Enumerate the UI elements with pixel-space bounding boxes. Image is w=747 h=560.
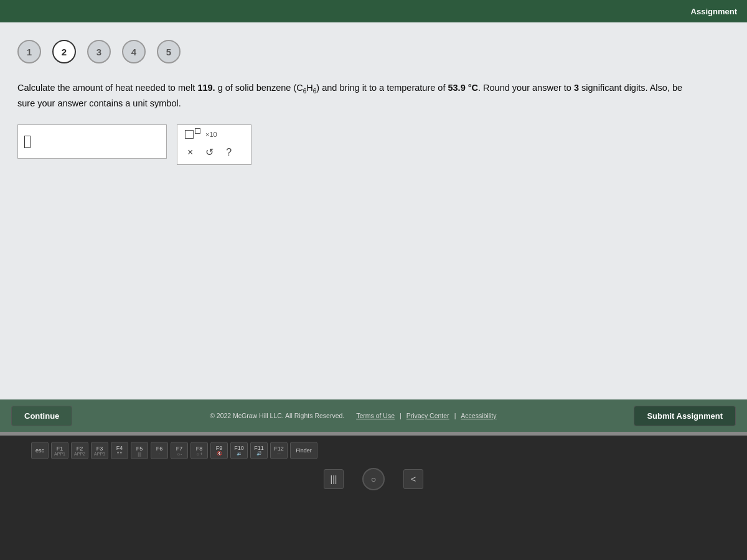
toolbar-top: ×10 (185, 130, 243, 139)
nav-menu-button[interactable]: ||| (324, 469, 344, 489)
f11-key[interactable]: F11 🔊 (250, 442, 268, 459)
f6-key[interactable]: F6 · (151, 442, 168, 459)
nav-row: ||| ○ < (324, 468, 423, 490)
f10-key[interactable]: F10 🔉 (230, 442, 248, 459)
accessibility-link[interactable]: Accessibility (461, 412, 496, 419)
f12-key[interactable]: F12 ··· (270, 442, 288, 459)
f7-key[interactable]: F7 ☼- (171, 442, 188, 459)
finder-key[interactable]: Finder (290, 442, 317, 459)
step-1[interactable]: 1 (17, 40, 41, 63)
step-2[interactable]: 2 (52, 40, 76, 63)
continue-button[interactable]: Continue (11, 406, 72, 426)
top-bar: Assignment (0, 0, 747, 22)
answer-toolbar: ×10 × ↺ ? (177, 124, 251, 165)
f5-key[interactable]: F5 ||| (131, 442, 148, 459)
f3-key[interactable]: F3 APP3 (91, 442, 108, 459)
step-3[interactable]: 3 (87, 40, 111, 63)
screen-area: Assignment 1 2 3 4 5 Calculate the amoun… (0, 0, 747, 436)
f2-key[interactable]: F2 APP2 (71, 442, 88, 459)
f9-key[interactable]: F9 🔇 (210, 442, 228, 459)
text-cursor (24, 136, 31, 148)
toolbar-actions: × ↺ ? (185, 145, 243, 159)
terms-link[interactable]: Terms of Use (356, 412, 395, 419)
copyright-text: © 2022 McGraw Hill LLC. All Rights Reser… (210, 412, 344, 419)
f8-key[interactable]: F8 ☼+ (190, 442, 208, 459)
help-button[interactable]: ? (223, 146, 234, 159)
step-5[interactable]: 5 (157, 40, 181, 63)
answer-row: ×10 × ↺ ? (17, 124, 730, 165)
undo-button[interactable]: ↺ (203, 145, 216, 159)
function-key-row: esc F1 APP1 F2 APP2 F3 APP3 F4 ⠿⠿ F5 |||… (31, 442, 716, 459)
exponent-tool[interactable] (185, 130, 200, 139)
assignment-label: Assignment (691, 7, 737, 16)
answer-input[interactable] (17, 124, 167, 159)
privacy-link[interactable]: Privacy Center (406, 412, 449, 419)
footer-links: © 2022 McGraw Hill LLC. All Rights Reser… (210, 412, 496, 419)
bottom-action-bar: Continue © 2022 McGraw Hill LLC. All Rig… (0, 399, 747, 432)
x10-exp-box (195, 128, 200, 134)
escape-key[interactable]: esc (31, 442, 49, 459)
nav-back-button[interactable]: < (403, 469, 423, 489)
close-button[interactable]: × (185, 146, 195, 159)
nav-home-button[interactable]: ○ (362, 468, 385, 490)
x10-label: ×10 (205, 131, 217, 138)
f1-key[interactable]: F1 APP1 (51, 442, 68, 459)
f4-key[interactable]: F4 ⠿⠿ (111, 442, 128, 459)
content-wrapper: 1 2 3 4 5 Calculate the amount of heat n… (0, 22, 747, 432)
step-indicators: 1 2 3 4 5 (17, 34, 730, 63)
step-4[interactable]: 4 (122, 40, 146, 63)
x10-base-box (185, 130, 194, 139)
keyboard-area: esc F1 APP1 F2 APP2 F3 APP3 F4 ⠿⠿ F5 |||… (0, 436, 747, 560)
submit-assignment-button[interactable]: Submit Assignment (634, 406, 736, 426)
question-text: Calculate the amount of heat needed to m… (17, 81, 694, 111)
